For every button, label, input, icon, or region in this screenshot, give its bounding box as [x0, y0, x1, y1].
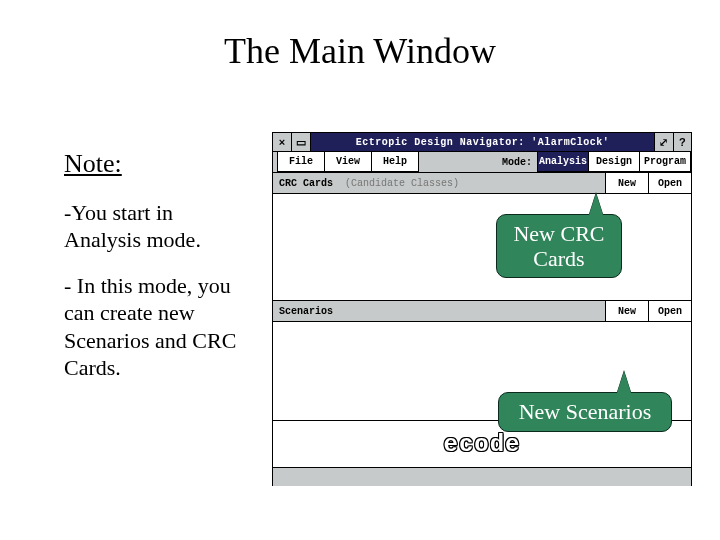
crc-section-header: CRC Cards (Candidate Classes) New Open	[273, 173, 691, 194]
mode-analysis-button[interactable]: Analysis	[537, 152, 589, 172]
crc-section-subtitle: (Candidate Classes)	[339, 178, 465, 189]
status-bar	[273, 468, 691, 486]
callout-new-crc-cards: New CRC Cards	[496, 214, 622, 278]
view-menu[interactable]: View	[324, 152, 372, 172]
note-column: Note: -You start in Analysis mode. - In …	[64, 148, 254, 400]
callout-pointer-icon	[589, 193, 603, 215]
mode-program-button[interactable]: Program	[639, 152, 691, 172]
crc-panel	[273, 194, 691, 301]
crc-new-button[interactable]: New	[605, 173, 648, 193]
file-menu[interactable]: File	[277, 152, 325, 172]
crc-open-button[interactable]: Open	[648, 173, 691, 193]
help-icon[interactable]: ?	[674, 133, 692, 151]
scenarios-open-button[interactable]: Open	[648, 301, 691, 321]
scenarios-new-button[interactable]: New	[605, 301, 648, 321]
note-heading: Note:	[64, 148, 254, 181]
menubar: File View Help Mode: Analysis Design Pro…	[273, 152, 691, 173]
callout-new-scenarios: New Scenarios	[498, 392, 672, 432]
crc-section-title: CRC Cards	[273, 178, 339, 189]
window-menu-icon[interactable]: ▭	[292, 133, 311, 151]
scenarios-section-title: Scenarios	[273, 306, 339, 317]
callout-new-scenarios-label: New Scenarios	[519, 399, 652, 424]
close-icon[interactable]: ×	[273, 133, 292, 151]
mode-design-button[interactable]: Design	[588, 152, 640, 172]
callout-pointer-icon	[617, 371, 631, 393]
footer-logo: ecode	[443, 431, 520, 458]
help-menu[interactable]: Help	[371, 152, 419, 172]
mode-label: Mode:	[496, 152, 538, 172]
slide: The Main Window Note: -You start in Anal…	[0, 0, 720, 540]
app-window: × ▭ Ectropic Design Navigator: 'AlarmClo…	[272, 132, 692, 486]
callout-new-crc-cards-label: New CRC Cards	[507, 221, 611, 272]
slide-title: The Main Window	[0, 30, 720, 72]
zoom-icon[interactable]: ⤢	[655, 133, 674, 151]
window-titlebar: × ▭ Ectropic Design Navigator: 'AlarmClo…	[273, 133, 691, 152]
note-paragraph-2: - In this mode, you can create new Scena…	[64, 272, 254, 382]
note-paragraph-1: -You start in Analysis mode.	[64, 199, 254, 254]
scenarios-section-header: Scenarios New Open	[273, 301, 691, 322]
window-title: Ectropic Design Navigator: 'AlarmClock'	[311, 133, 654, 151]
